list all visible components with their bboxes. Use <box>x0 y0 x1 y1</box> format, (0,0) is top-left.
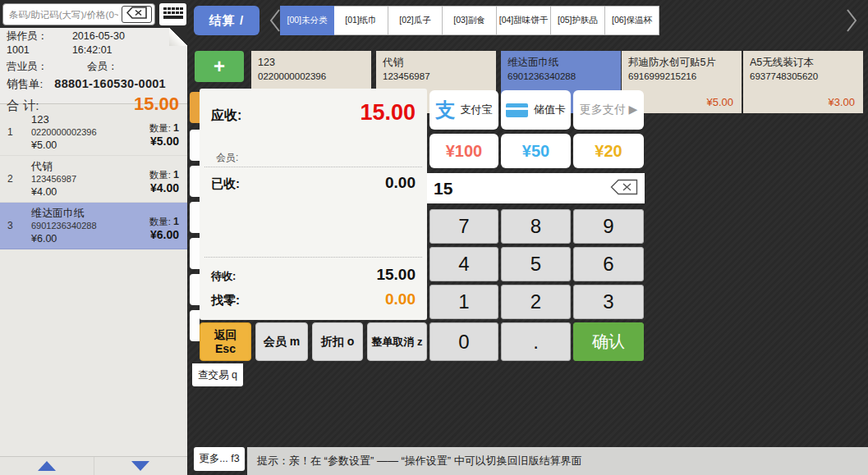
product-name: 代销 <box>383 56 489 70</box>
clear-search-button[interactable] <box>122 6 152 23</box>
item-amount: ¥5.00 <box>149 135 179 148</box>
clerk-label: 营业员： <box>7 60 48 74</box>
tab-category-00[interactable]: [00]未分类 <box>280 6 334 35</box>
tab-category-04[interactable]: [04]甜味饼干 <box>497 6 551 35</box>
list-pager <box>0 456 187 475</box>
backspace-icon <box>126 7 148 22</box>
operator-label: 操作员： 1001 <box>7 30 72 57</box>
tab-category-02[interactable]: [02]瓜子 <box>388 6 443 35</box>
down-arrow-icon <box>131 461 149 471</box>
numpad-0[interactable]: 0 <box>429 322 498 361</box>
amount-value: 15 <box>434 179 452 199</box>
confirm-button[interactable]: 确认 <box>573 322 644 361</box>
product-card[interactable]: A5无线装订本 6937748305620 ¥3.00 <box>743 51 863 113</box>
pending-value: 15.00 <box>376 266 416 284</box>
add-product-button[interactable]: + <box>195 51 244 82</box>
search-box <box>2 3 155 25</box>
product-price: ¥3.00 <box>828 96 855 108</box>
numpad-6[interactable]: 6 <box>573 247 644 281</box>
tab-category-05[interactable]: [05]护肤品 <box>551 6 605 35</box>
denomination-100-button[interactable]: ¥100 <box>429 134 498 168</box>
product-barcode: 123456987 <box>383 70 489 83</box>
back-shortcut: Esc <box>215 342 236 356</box>
amount-input[interactable]: 15 <box>427 173 645 203</box>
denomination-50-button[interactable]: ¥50 <box>501 134 571 168</box>
chevron-left-icon <box>269 21 281 35</box>
change-value: 0.00 <box>385 290 416 308</box>
receipt-sidebar: 操作员： 1001 2016-05-30 16:42:01 营业员： 会员： 销… <box>0 0 187 475</box>
query-transactions-button[interactable]: 查交易 q <box>192 363 243 386</box>
status-text: 提示：亲！在 “参数设置” —— “操作设置” 中可以切换回旧版结算界面 <box>257 454 582 468</box>
back-esc-button[interactable]: 返回 Esc <box>200 322 251 361</box>
tabs-scroll-left-button[interactable] <box>269 8 281 36</box>
more-functions-button[interactable]: 更多... f3 <box>194 447 245 471</box>
hidden-button-edge <box>190 130 200 161</box>
backspace-button[interactable] <box>610 179 638 199</box>
hidden-button-edge <box>190 92 200 123</box>
scroll-up-button[interactable] <box>0 457 94 475</box>
member-label: 会员： <box>87 60 118 74</box>
numpad-5[interactable]: 5 <box>501 247 571 281</box>
item-qty: 1 <box>173 216 179 227</box>
cart-item[interactable]: 代销 2 123456987 ¥4.00 数量:1 ¥4.00 <box>0 156 187 203</box>
product-barcode: 6901236340288 <box>507 70 614 83</box>
tab-category-01[interactable]: [01]纸巾 <box>334 6 388 35</box>
receivable-value: 15.00 <box>360 100 416 126</box>
search-input[interactable] <box>3 10 122 20</box>
numpad-2[interactable]: 2 <box>501 285 571 319</box>
numpad-3[interactable]: 3 <box>573 285 644 319</box>
numpad-7[interactable]: 7 <box>429 209 498 244</box>
tab-category-06[interactable]: [06]保温杯 <box>605 6 659 35</box>
back-label: 返回 <box>214 328 237 342</box>
void-sale-label: 整单取消 z <box>371 335 422 349</box>
discount-button[interactable]: 折扣 o <box>312 322 363 361</box>
hidden-button-edge <box>190 310 200 341</box>
search-strip <box>0 0 187 28</box>
product-name: 邦迪防水创可贴5片 <box>628 56 735 70</box>
checkout-button[interactable]: 结算 / <box>194 6 259 35</box>
numpad-dot[interactable]: . <box>501 322 571 361</box>
member-button-label: 会员 m <box>264 335 300 349</box>
sale-number: 88801-160530-0001 <box>54 77 166 90</box>
operator-row: 操作员： 1001 2016-05-30 16:42:01 <box>0 28 187 58</box>
sale-number-row: 销售单:88801-160530-0001 <box>0 75 187 92</box>
receivable-label: 应收: <box>211 107 241 125</box>
more-payments-button[interactable]: 更多支付 ▶ <box>573 90 644 130</box>
received-label: 已收: <box>211 176 240 192</box>
alipay-icon: 支 <box>436 97 456 123</box>
received-value: 0.00 <box>385 174 416 192</box>
category-tabbar: [00]未分类 [01]纸巾 [02]瓜子 [03]副食 [04]甜味饼干 [0… <box>280 6 659 35</box>
card-icon <box>506 103 528 117</box>
page-curl-decoration <box>169 28 187 46</box>
item-qty-label: 数量: <box>149 123 171 133</box>
cart-item-list: 123 1 0220000002396 ¥5.00 数量:1 ¥5.00 代销 … <box>0 109 187 249</box>
numpad-9[interactable]: 9 <box>573 209 644 244</box>
scroll-down-button[interactable] <box>94 457 188 475</box>
numpad-4[interactable]: 4 <box>429 247 498 281</box>
item-qty-label: 数量: <box>149 217 171 226</box>
pending-label: 待收: <box>211 269 236 284</box>
alipay-button[interactable]: 支 支付宝 <box>429 90 498 130</box>
item-amount: ¥4.00 <box>149 181 179 194</box>
dialog-member-label: 会员: <box>200 151 427 167</box>
pos-app: 操作员： 1001 2016-05-30 16:42:01 营业员： 会员： 销… <box>0 0 868 475</box>
tab-category-03[interactable]: [03]副食 <box>443 6 497 35</box>
member-button[interactable]: 会员 m <box>255 322 308 361</box>
numpad-1[interactable]: 1 <box>429 285 498 319</box>
more-payments-label: 更多支付 ▶ <box>580 103 638 117</box>
void-sale-button[interactable]: 整单取消 z <box>367 322 427 361</box>
item-qty: 1 <box>173 169 179 180</box>
item-amount: ¥6.00 <box>149 228 179 241</box>
cart-item[interactable]: 123 1 0220000002396 ¥5.00 数量:1 ¥5.00 <box>0 109 187 156</box>
tabs-scroll-right-button[interactable] <box>846 8 857 36</box>
keyboard-button[interactable] <box>159 3 186 25</box>
hidden-button-edge <box>190 166 200 197</box>
denomination-20-button[interactable]: ¥20 <box>573 134 644 168</box>
product-barcode: 6937748305620 <box>750 70 857 83</box>
item-index: 1 <box>7 126 13 138</box>
numpad-8[interactable]: 8 <box>501 209 571 244</box>
cart-item-selected[interactable]: 维达面巾纸 3 6901236340288 ¥6.00 数量:1 ¥6.00 <box>0 203 187 249</box>
item-index: 2 <box>7 173 13 185</box>
status-bar: 提示：亲！在 “参数设置” —— “操作设置” 中可以切换回旧版结算界面 <box>247 447 868 475</box>
stored-card-button[interactable]: 储值卡 <box>501 90 571 130</box>
